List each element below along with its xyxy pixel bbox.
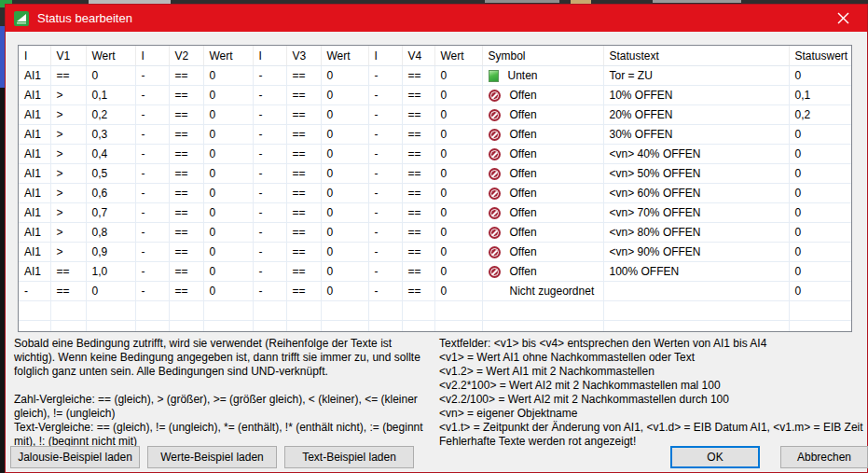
condition-cell[interactable]: 0,2 — [86, 105, 135, 125]
empty-cell[interactable] — [603, 321, 789, 333]
condition-cell[interactable]: == — [169, 86, 203, 105]
condition-cell[interactable]: 0 — [203, 86, 253, 105]
statustext-cell[interactable]: <vn> 40% OFFEN — [603, 145, 789, 164]
condition-cell[interactable]: - — [368, 262, 402, 282]
empty-cell[interactable] — [789, 301, 852, 321]
condition-cell[interactable]: - — [253, 164, 286, 184]
statustext-cell[interactable]: 100% OFFEN — [603, 262, 789, 282]
condition-cell[interactable]: == — [169, 164, 203, 184]
condition-cell[interactable]: 0,5 — [86, 164, 135, 184]
condition-cell[interactable]: == — [402, 243, 434, 262]
empty-cell[interactable] — [603, 301, 789, 321]
empty-cell[interactable] — [253, 301, 286, 321]
condition-cell[interactable]: AI1 — [19, 125, 50, 145]
condition-cell[interactable]: > — [50, 125, 86, 145]
condition-cell[interactable]: == — [169, 203, 203, 223]
condition-cell[interactable]: == — [286, 223, 321, 243]
symbol-cell[interactable]: Offen — [482, 203, 603, 223]
condition-cell[interactable]: == — [169, 145, 203, 164]
empty-cell[interactable] — [19, 321, 50, 333]
empty-cell[interactable] — [50, 321, 86, 333]
jalousie-beispiel-button[interactable]: Jalousie-Beispiel laden — [10, 446, 140, 468]
condition-cell[interactable]: AI1 — [19, 223, 50, 243]
empty-cell[interactable] — [169, 321, 203, 333]
symbol-cell[interactable]: Offen — [482, 243, 603, 262]
condition-cell[interactable]: == — [402, 66, 434, 86]
empty-cell[interactable] — [86, 301, 135, 321]
condition-cell[interactable]: == — [169, 184, 203, 203]
table-row[interactable]: AI1==1,0-==0-==0-==0Offen100% OFFEN0 — [19, 262, 852, 282]
condition-cell[interactable]: - — [135, 66, 169, 86]
condition-cell[interactable]: 0 — [321, 223, 368, 243]
statuswert-cell[interactable]: 0 — [789, 262, 852, 282]
condition-cell[interactable]: 0 — [203, 145, 253, 164]
statuswert-cell[interactable]: 0 — [789, 282, 852, 301]
empty-cell[interactable] — [19, 301, 50, 321]
empty-cell[interactable] — [203, 301, 253, 321]
empty-cell[interactable] — [789, 321, 852, 333]
condition-cell[interactable]: 0 — [203, 164, 253, 184]
condition-cell[interactable]: AI1 — [19, 66, 50, 86]
condition-cell[interactable]: == — [286, 203, 321, 223]
empty-cell[interactable] — [135, 301, 169, 321]
table-header-row[interactable]: IV1WertIV2WertIV3WertIV4WertSymbolStatus… — [19, 46, 852, 66]
condition-cell[interactable]: == — [402, 145, 434, 164]
column-header[interactable]: V2 — [169, 46, 203, 66]
condition-cell[interactable]: - — [253, 145, 286, 164]
condition-cell[interactable]: 0,8 — [86, 223, 135, 243]
condition-cell[interactable]: 0 — [434, 223, 482, 243]
condition-cell[interactable]: == — [402, 105, 434, 125]
column-header[interactable]: V3 — [286, 46, 321, 66]
empty-cell[interactable] — [286, 321, 321, 333]
condition-cell[interactable]: == — [402, 184, 434, 203]
condition-cell[interactable]: - — [368, 184, 402, 203]
column-header[interactable]: I — [368, 46, 402, 66]
statustext-cell[interactable]: <vn> 70% OFFEN — [603, 203, 789, 223]
condition-cell[interactable]: 0 — [434, 105, 482, 125]
empty-cell[interactable] — [434, 301, 482, 321]
condition-cell[interactable]: - — [135, 105, 169, 125]
statuswert-cell[interactable]: 0 — [789, 223, 852, 243]
empty-cell[interactable] — [482, 321, 603, 333]
condition-cell[interactable]: 0 — [203, 125, 253, 145]
empty-cell[interactable] — [50, 301, 86, 321]
condition-cell[interactable]: > — [50, 164, 86, 184]
statuswert-cell[interactable]: 0 — [789, 125, 852, 145]
condition-cell[interactable]: == — [402, 282, 434, 301]
condition-cell[interactable]: 0 — [203, 105, 253, 125]
condition-cell[interactable]: 0 — [321, 282, 368, 301]
empty-cell[interactable] — [169, 301, 203, 321]
condition-cell[interactable]: == — [402, 262, 434, 282]
condition-cell[interactable]: 0 — [203, 203, 253, 223]
statuswert-cell[interactable]: 0 — [789, 203, 852, 223]
table-row[interactable]: AI1>0,6-==0-==0-==0Offen<vn> 60% OFFEN0 — [19, 184, 852, 203]
condition-cell[interactable]: 0 — [203, 223, 253, 243]
empty-cell[interactable] — [321, 301, 368, 321]
condition-cell[interactable]: == — [169, 282, 203, 301]
condition-cell[interactable]: == — [402, 86, 434, 105]
condition-cell[interactable]: == — [169, 262, 203, 282]
condition-cell[interactable]: - — [368, 164, 402, 184]
condition-cell[interactable]: - — [253, 125, 286, 145]
condition-cell[interactable]: - — [135, 243, 169, 262]
table-row[interactable]: AI1==0-==0-==0-==0UntenTor = ZU0 — [19, 66, 852, 86]
condition-cell[interactable]: - — [253, 86, 286, 105]
condition-cell[interactable]: 0,1 — [86, 86, 135, 105]
condition-cell[interactable]: == — [286, 66, 321, 86]
condition-cell[interactable]: 0 — [203, 243, 253, 262]
table-row[interactable]: AI1>0,2-==0-==0-==0Offen20% OFFEN0,2 — [19, 105, 852, 125]
column-header[interactable]: I — [19, 46, 50, 66]
condition-cell[interactable]: AI1 — [19, 243, 50, 262]
condition-cell[interactable]: 0 — [434, 145, 482, 164]
condition-cell[interactable]: - — [135, 125, 169, 145]
condition-cell[interactable]: == — [402, 203, 434, 223]
statustext-cell[interactable]: <vn> 80% OFFEN — [603, 223, 789, 243]
column-header[interactable]: Wert — [203, 46, 253, 66]
symbol-cell[interactable]: Nicht zugeordnet — [482, 282, 603, 301]
column-header[interactable]: Statustext — [603, 46, 789, 66]
condition-cell[interactable]: 0 — [86, 282, 135, 301]
empty-cell[interactable] — [286, 301, 321, 321]
condition-cell[interactable]: - — [368, 145, 402, 164]
condition-cell[interactable]: == — [50, 282, 86, 301]
symbol-cell[interactable]: Offen — [482, 223, 603, 243]
